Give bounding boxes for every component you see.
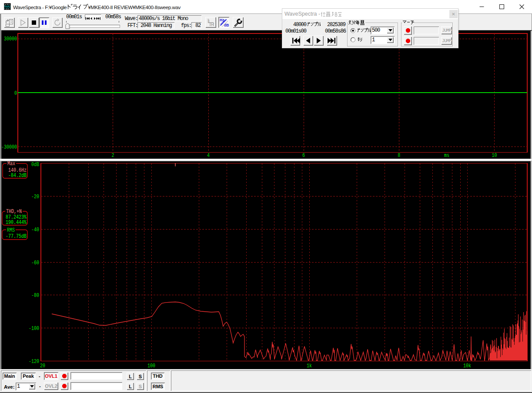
svg-text:-77.75dB: -77.75dB	[6, 233, 27, 240]
svg-text:ms: ms	[444, 153, 449, 159]
svg-text:0dB: 0dB	[31, 162, 39, 168]
svg-text:10: 10	[492, 153, 497, 159]
svg-text:Max: Max	[7, 161, 15, 167]
svg-text:2: 2	[112, 153, 114, 159]
svg-text:-120: -120	[29, 359, 39, 365]
svg-text:dB: dB	[224, 23, 229, 27]
svg-text:-84.2dB: -84.2dB	[8, 173, 27, 179]
svg-text:1k: 1k	[307, 363, 312, 369]
svg-text:-80: -80	[31, 293, 39, 299]
svg-text:6: 6	[302, 153, 305, 159]
svg-text:-100: -100	[29, 326, 39, 332]
svg-text:-20: -20	[31, 194, 39, 200]
svg-text:190.444%: 190.444%	[6, 220, 27, 226]
svg-text:30000: 30000	[4, 36, 17, 42]
svg-text:100: 100	[147, 363, 155, 369]
svg-text:-60: -60	[31, 260, 39, 266]
svg-text:8: 8	[398, 153, 400, 159]
svg-text:R: R	[211, 22, 214, 27]
svg-text:Hz: Hz	[220, 18, 224, 22]
svg-text:-40: -40	[31, 227, 39, 233]
svg-text:RMS: RMS	[7, 227, 15, 233]
svg-text:4: 4	[207, 153, 210, 159]
svg-text:20: 20	[40, 363, 45, 369]
svg-text:-30000: -30000	[1, 144, 17, 150]
svg-text:THD,+N: THD,+N	[6, 209, 22, 215]
svg-text:10k: 10k	[463, 363, 471, 369]
svg-text:0: 0	[14, 90, 17, 97]
